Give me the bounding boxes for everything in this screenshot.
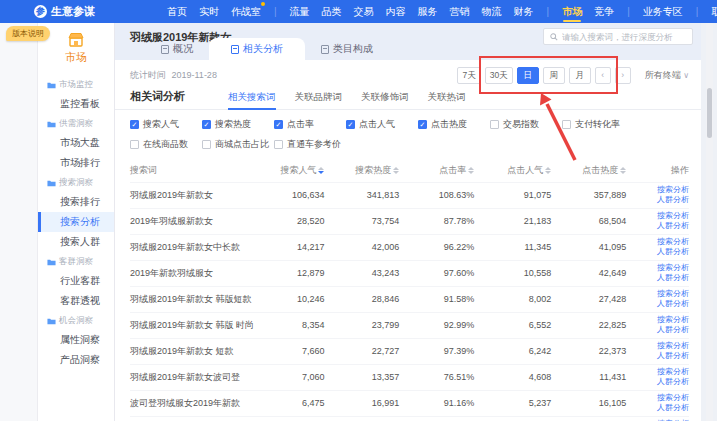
sidebar-item-市场排行[interactable]: 市场排行 xyxy=(38,153,114,173)
column-header-点击人气[interactable]: 点击人气 xyxy=(474,160,551,182)
sidebar-item-市场大盘[interactable]: 市场大盘 xyxy=(38,133,114,153)
column-header-点击率[interactable]: 点击率 xyxy=(399,160,474,182)
sort-icon[interactable] xyxy=(545,166,551,175)
action-link-搜索分析[interactable]: 搜索分析 xyxy=(626,289,689,299)
action-link-人群分析[interactable]: 人群分析 xyxy=(626,273,689,283)
nav-item-流量[interactable]: 流量 xyxy=(290,0,310,23)
sort-icon[interactable] xyxy=(393,166,399,175)
sort-up-arrow xyxy=(545,167,551,170)
nav-item-交易[interactable]: 交易 xyxy=(354,0,374,23)
sort-icon[interactable] xyxy=(620,166,626,175)
action-link-人群分析[interactable]: 人群分析 xyxy=(626,351,689,361)
cell-value: 22,727 xyxy=(324,338,399,364)
nav-item-物流[interactable]: 物流 xyxy=(482,0,502,23)
checkbox-支付转化率[interactable]: 支付转化率 xyxy=(562,118,634,131)
nav-item-取数[interactable]: 取数 xyxy=(711,0,717,23)
checkbox-点击热度[interactable]: ✓点击热度 xyxy=(418,118,490,131)
action-link-搜索分析[interactable]: 搜索分析 xyxy=(626,315,689,325)
range-button-7天[interactable]: 7天 xyxy=(457,67,480,84)
cell-value: 5,237 xyxy=(474,390,551,416)
tab-label: 类目构成 xyxy=(333,42,373,56)
stat-time: 统计时间 2019-11-28 xyxy=(130,69,217,82)
action-link-人群分析[interactable]: 人群分析 xyxy=(626,299,689,309)
folder-icon xyxy=(47,120,56,128)
nav-item-品类[interactable]: 品类 xyxy=(322,0,342,23)
action-link-搜索分析[interactable]: 搜索分析 xyxy=(626,211,689,221)
action-link-搜索分析[interactable]: 搜索分析 xyxy=(626,263,689,273)
column-header-操作[interactable]: 操作 xyxy=(626,160,689,182)
checkbox-搜索热度[interactable]: ✓搜索热度 xyxy=(202,118,274,131)
nav-item-市场[interactable]: 市场 xyxy=(562,0,582,23)
nav-item-业务专区[interactable]: 业务专区 xyxy=(643,0,683,23)
analysis-tab-关联修饰词[interactable]: 关联修饰词 xyxy=(361,91,409,109)
sidebar-item-属性洞察[interactable]: 属性洞察 xyxy=(38,330,114,350)
nav-item-财务[interactable]: 财务 xyxy=(514,0,534,23)
nav-item-服务[interactable]: 服务 xyxy=(418,0,438,23)
sort-down-arrow xyxy=(620,171,626,174)
sidebar-item-搜索人群[interactable]: 搜索人群 xyxy=(38,232,114,252)
sidebar-item-客群透视[interactable]: 客群透视 xyxy=(38,291,114,311)
tab-类目构成[interactable]: 类目构成 xyxy=(305,38,389,60)
scrollbar-thumb[interactable] xyxy=(707,88,712,138)
range-button-月[interactable]: 月 xyxy=(569,67,591,84)
action-link-搜索分析[interactable]: 搜索分析 xyxy=(626,237,689,247)
action-link-人群分析[interactable]: 人群分析 xyxy=(626,195,689,205)
range-button-日[interactable]: 日 xyxy=(517,67,539,84)
column-header-搜索词[interactable]: 搜索词 xyxy=(130,160,256,182)
sidebar-item-搜索分析[interactable]: 搜索分析 xyxy=(38,212,114,232)
search-input[interactable] xyxy=(562,32,686,42)
nav-item-作战室[interactable]: 作战室 xyxy=(231,0,261,23)
analysis-tab-关联品牌词[interactable]: 关联品牌词 xyxy=(295,91,343,109)
cell-actions: 搜索分析人群分析 xyxy=(626,390,689,416)
nav-item-营销[interactable]: 营销 xyxy=(450,0,470,23)
prev-period-button[interactable]: ‹ xyxy=(595,67,611,84)
action-link-人群分析[interactable]: 人群分析 xyxy=(626,403,689,413)
version-note-tag[interactable]: 版本说明 xyxy=(6,26,50,41)
nav-item-实时[interactable]: 实时 xyxy=(199,0,219,23)
checkbox-直通车参考价[interactable]: 直通车参考价 xyxy=(274,138,346,151)
cell-value: 27,428 xyxy=(551,286,626,312)
nav-item-首页[interactable]: 首页 xyxy=(167,0,187,23)
sidebar-item-行业客群[interactable]: 行业客群 xyxy=(38,271,114,291)
keyword-search-box[interactable] xyxy=(543,28,693,45)
action-link-人群分析[interactable]: 人群分析 xyxy=(626,221,689,231)
tab-相关分析[interactable]: 相关分析 xyxy=(209,38,305,60)
sidebar-item-搜索排行[interactable]: 搜索排行 xyxy=(38,192,114,212)
sidebar-item-监控看板[interactable]: 监控看板 xyxy=(38,94,114,114)
checkbox-交易指数[interactable]: 交易指数 xyxy=(490,118,562,131)
action-link-搜索分析[interactable]: 搜索分析 xyxy=(626,367,689,377)
cell-value: 41,095 xyxy=(551,234,626,260)
range-button-30天[interactable]: 30天 xyxy=(485,67,513,84)
sort-icon[interactable] xyxy=(468,166,474,175)
action-link-搜索分析[interactable]: 搜索分析 xyxy=(626,341,689,351)
checkbox-点击率[interactable]: ✓点击率 xyxy=(274,118,346,131)
analysis-tab-相关搜索词[interactable]: 相关搜索词 xyxy=(228,91,276,109)
terminal-dropdown[interactable]: 所有终端 ∨ xyxy=(645,69,689,82)
column-header-点击热度[interactable]: 点击热度 xyxy=(551,160,626,182)
checkbox-商城点击占比[interactable]: 商城点击占比 xyxy=(202,138,274,151)
sidebar-item-产品洞察[interactable]: 产品洞察 xyxy=(38,350,114,370)
column-header-label: 操作 xyxy=(671,165,689,175)
action-link-人群分析[interactable]: 人群分析 xyxy=(626,325,689,335)
sort-icon[interactable] xyxy=(318,166,324,175)
nav-item-竞争[interactable]: 竞争 xyxy=(594,0,614,23)
column-header-label: 搜索热度 xyxy=(355,165,391,175)
cell-value: 91,075 xyxy=(474,182,551,208)
column-header-搜索人气[interactable]: 搜索人气 xyxy=(256,160,325,182)
checkbox-label: 支付转化率 xyxy=(575,118,620,131)
column-header-搜索热度[interactable]: 搜索热度 xyxy=(324,160,399,182)
action-link-搜索分析[interactable]: 搜索分析 xyxy=(626,185,689,195)
checkbox-搜索人气[interactable]: ✓搜索人气 xyxy=(130,118,202,131)
next-period-button[interactable]: › xyxy=(615,67,631,84)
checkbox-点击人气[interactable]: ✓点击人气 xyxy=(346,118,418,131)
action-link-搜索分析[interactable]: 搜索分析 xyxy=(626,393,689,403)
checkbox-在线商品数[interactable]: 在线商品数 xyxy=(130,138,202,151)
action-link-人群分析[interactable]: 人群分析 xyxy=(626,247,689,257)
analysis-tab-关联热词[interactable]: 关联热词 xyxy=(428,91,466,109)
tab-概况[interactable]: 概况 xyxy=(145,38,209,60)
cell-actions: 搜索分析人群分析 xyxy=(626,364,689,390)
nav-item-内容[interactable]: 内容 xyxy=(386,0,406,23)
brand-logo[interactable]: 参 生意参谋 xyxy=(34,4,95,19)
action-link-人群分析[interactable]: 人群分析 xyxy=(626,377,689,387)
range-button-周[interactable]: 周 xyxy=(543,67,565,84)
